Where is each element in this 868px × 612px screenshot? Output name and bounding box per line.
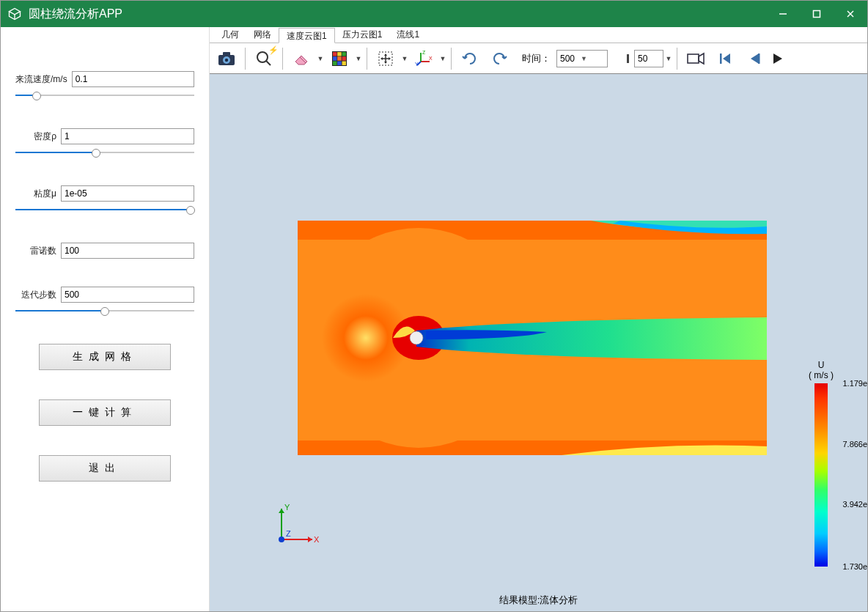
sidebar: 来流速度/m/s 密度ρ 粘度μ 雷诺数 迭代步数 生成网格 一键计算 退出 <box>1 27 210 611</box>
tab-0[interactable]: 几何 <box>214 27 246 43</box>
colorbar-tick: 7.866e-02 <box>842 440 867 449</box>
svg-point-7 <box>225 58 228 61</box>
param-slider-4[interactable] <box>15 306 194 316</box>
param-label: 密度ρ <box>15 130 56 143</box>
zoom-icon[interactable]: ⚡ <box>250 46 278 71</box>
svg-rect-15 <box>337 56 342 61</box>
colorbar-tick: 1.730e-04 <box>842 562 867 571</box>
time-select[interactable]: 500▼ <box>556 50 608 67</box>
param-input-4[interactable] <box>61 287 194 303</box>
tab-4[interactable]: 流线1 <box>389 27 427 43</box>
camera-side-icon[interactable] <box>682 46 710 71</box>
svg-rect-12 <box>337 52 342 56</box>
screenshot-icon[interactable] <box>213 46 240 71</box>
param-label: 雷诺数 <box>15 245 56 257</box>
svg-rect-13 <box>342 52 347 56</box>
close-button[interactable] <box>834 1 867 27</box>
tab-bar: 几何网络速度云图1压力云图1流线1 <box>210 27 867 43</box>
svg-point-8 <box>257 52 268 62</box>
svg-rect-17 <box>333 61 337 65</box>
param-label: 来流速度/m/s <box>15 73 67 86</box>
svg-rect-19 <box>342 61 347 65</box>
svg-rect-29 <box>720 54 722 64</box>
viewport[interactable]: X Y Z U ( m/s ) 1.179e-017.866e-023.942e… <box>210 74 867 611</box>
colorbar-tick: 1.179e-01 <box>842 379 867 388</box>
svg-rect-16 <box>342 56 347 61</box>
window-title: 圆柱绕流分析APP <box>29 7 766 22</box>
param-input-3[interactable] <box>61 243 194 259</box>
eraser-icon[interactable] <box>287 46 315 71</box>
move-icon[interactable] <box>372 46 400 71</box>
viewport-footer-label: 结果模型:流体分析 <box>499 594 578 607</box>
svg-rect-30 <box>758 54 760 64</box>
rubiks-dropdown[interactable]: ▼ <box>355 55 362 62</box>
svg-rect-5 <box>223 52 230 56</box>
time-label: 时间： <box>522 52 551 65</box>
svg-point-41 <box>279 537 284 542</box>
svg-text:X: X <box>314 535 320 544</box>
toolbar: ⚡ ▼ ▼ ▼ XZY ▼ <box>210 43 867 74</box>
param-input-2[interactable] <box>61 185 194 202</box>
svg-rect-11 <box>333 52 337 56</box>
rubiks-icon[interactable] <box>326 46 353 71</box>
minimize-button[interactable] <box>766 1 800 27</box>
step-dropdown[interactable]: ▼ <box>665 55 672 62</box>
svg-rect-27 <box>627 54 629 63</box>
app-logo-icon <box>7 6 23 22</box>
svg-point-36 <box>410 331 423 344</box>
colorbar: U ( m/s ) 1.179e-017.866e-023.942e-021.7… <box>788 360 854 569</box>
svg-rect-14 <box>333 56 337 61</box>
param-slider-2[interactable] <box>15 204 194 215</box>
tab-2[interactable]: 速度云图1 <box>279 28 335 43</box>
velocity-contour-plot <box>298 221 767 455</box>
run-calculation-button[interactable]: 一键计算 <box>39 399 171 426</box>
skip-first-icon[interactable] <box>711 46 739 71</box>
axis-triad-widget: X Y Z <box>268 501 320 553</box>
svg-rect-28 <box>688 54 699 63</box>
svg-text:Y: Y <box>284 503 290 512</box>
rotate-cw-icon[interactable] <box>485 46 513 71</box>
tab-3[interactable]: 压力云图1 <box>335 27 390 43</box>
svg-text:Z: Z <box>286 529 291 538</box>
svg-text:Y: Y <box>415 62 419 67</box>
colorbar-tick: 3.942e-02 <box>842 500 867 509</box>
svg-line-9 <box>266 61 271 65</box>
rotate-ccw-icon[interactable] <box>456 46 484 71</box>
move-dropdown[interactable]: ▼ <box>401 55 408 62</box>
axis-triad-icon[interactable]: XZY <box>410 46 438 71</box>
maximize-button[interactable] <box>800 1 834 27</box>
svg-text:Z: Z <box>422 50 426 55</box>
prev-frame-icon[interactable] <box>740 46 768 71</box>
param-slider-1[interactable] <box>15 147 194 158</box>
param-label: 迭代步数 <box>15 289 56 301</box>
svg-rect-1 <box>814 11 820 18</box>
param-input-0[interactable] <box>72 71 194 87</box>
colorbar-title: U <box>788 360 854 370</box>
axis-dropdown[interactable]: ▼ <box>439 55 446 62</box>
play-icon[interactable] <box>770 46 786 71</box>
main-panel: 几何网络速度云图1压力云图1流线1 ⚡ ▼ ▼ <box>210 27 867 611</box>
step-end-icon[interactable] <box>618 46 633 71</box>
param-slider-0[interactable] <box>15 90 194 100</box>
eraser-dropdown[interactable]: ▼ <box>317 55 324 62</box>
step-input[interactable] <box>634 50 663 67</box>
tab-1[interactable]: 网络 <box>246 27 279 43</box>
titlebar: 圆柱绕流分析APP <box>1 1 867 27</box>
svg-text:X: X <box>429 56 433 61</box>
param-input-1[interactable] <box>61 128 194 144</box>
exit-button[interactable]: 退出 <box>39 455 171 482</box>
param-label: 粘度μ <box>15 188 56 200</box>
generate-mesh-button[interactable]: 生成网格 <box>39 344 171 370</box>
svg-rect-18 <box>337 61 342 65</box>
